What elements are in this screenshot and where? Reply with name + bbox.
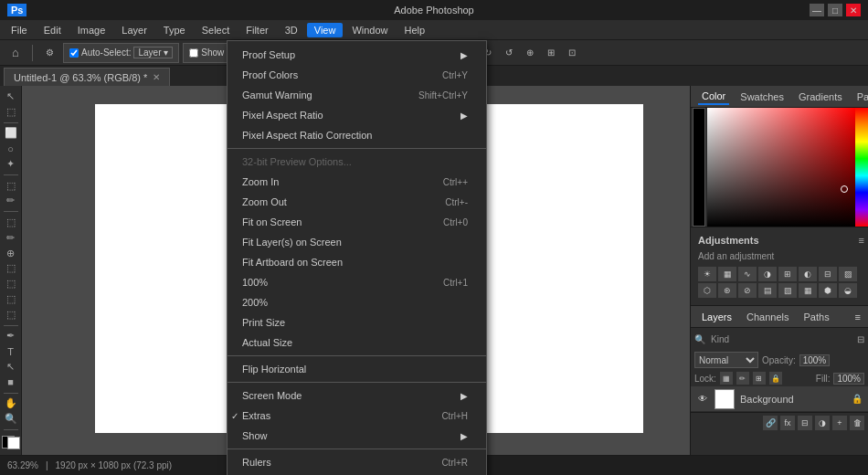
menu-window[interactable]: Window xyxy=(344,23,395,37)
tab-channels[interactable]: Channels xyxy=(743,310,792,324)
layer-visibility-icon[interactable]: 👁 xyxy=(696,393,709,406)
dropdown-item-zoom-out[interactable]: Zoom OutCtrl+- xyxy=(228,192,486,212)
delete-layer-icon[interactable]: 🗑 xyxy=(850,416,864,430)
tool-marquee[interactable]: ⬜ xyxy=(2,126,20,140)
adj-posterize-icon[interactable]: ▤ xyxy=(758,283,777,298)
tool-path-selection[interactable]: ↖ xyxy=(2,360,20,374)
menu-3d[interactable]: 3D xyxy=(278,23,305,37)
tab-paths[interactable]: Paths xyxy=(800,310,833,324)
adj-brightness-icon[interactable]: ☀ xyxy=(698,267,716,281)
link-layers-icon[interactable]: 🔗 xyxy=(763,416,778,430)
menu-layer[interactable]: Layer xyxy=(114,23,154,37)
adj-bw-icon[interactable]: ▨ xyxy=(839,267,857,281)
adj-levels-icon[interactable]: ▦ xyxy=(718,267,736,281)
adj-selective-color-icon[interactable]: ⬢ xyxy=(819,283,837,298)
tool-move[interactable]: ↖ xyxy=(2,90,20,103)
options-icon[interactable]: ⚙ xyxy=(39,43,59,63)
dropdown-item-extras[interactable]: ✓ExtrasCtrl+H xyxy=(228,406,486,426)
add-mask-icon[interactable]: ⊟ xyxy=(798,416,812,430)
menu-view[interactable]: View xyxy=(307,23,344,37)
adj-photo-filter-icon[interactable]: ⬡ xyxy=(698,283,716,298)
adj-threshold-icon[interactable]: ▧ xyxy=(778,283,797,298)
dropdown-item-rulers[interactable]: RulersCtrl+R xyxy=(228,452,486,472)
tool-shape[interactable]: ■ xyxy=(2,375,20,389)
blend-mode-select[interactable]: Normal xyxy=(694,352,758,368)
dropdown-item-pixel-aspect-ratio-correction[interactable]: Pixel Aspect Ratio Correction xyxy=(228,125,486,145)
menu-file[interactable]: File xyxy=(4,23,35,37)
dropdown-item-gamut-warning[interactable]: Gamut WarningShift+Ctrl+Y xyxy=(228,85,486,105)
tab-layers[interactable]: Layers xyxy=(698,310,736,324)
maximize-button[interactable]: □ xyxy=(828,4,842,16)
layer-row-background[interactable]: 👁 Background 🔒 xyxy=(691,386,868,412)
tool-hand[interactable]: ✋ xyxy=(2,397,20,411)
fill-value[interactable]: 100% xyxy=(833,373,864,385)
adj-hue-icon[interactable]: ◐ xyxy=(799,267,817,281)
3d-scale-icon[interactable]: ⊡ xyxy=(562,43,582,63)
tab-close-icon[interactable]: ✕ xyxy=(153,72,160,82)
dropdown-item-actual-size[interactable]: Actual Size xyxy=(228,332,486,353)
adj-curves-icon[interactable]: ∿ xyxy=(738,267,757,281)
tool-eyedropper[interactable]: ✏ xyxy=(2,194,20,207)
fg-swatch[interactable] xyxy=(693,108,705,227)
tool-healing[interactable]: ⬚ xyxy=(2,216,20,229)
background-color[interactable] xyxy=(7,437,20,449)
3d-pan-icon[interactable]: ⊕ xyxy=(520,43,540,63)
adj-exposure-icon[interactable]: ◑ xyxy=(758,267,777,281)
3d-slide-icon[interactable]: ⊞ xyxy=(541,43,561,63)
tool-type[interactable]: T xyxy=(2,344,20,358)
adj-vibrance-icon[interactable]: ⊞ xyxy=(778,267,797,281)
menu-filter[interactable]: Filter xyxy=(238,23,275,37)
adjustments-menu-icon[interactable]: ≡ xyxy=(859,235,864,246)
auto-select-checkbox[interactable] xyxy=(69,48,79,58)
tool-pen[interactable]: ✒ xyxy=(2,330,20,343)
layer-effects-icon[interactable]: fx xyxy=(780,416,795,430)
menu-edit[interactable]: Edit xyxy=(37,23,69,37)
dropdown-item-100-[interactable]: 100%Ctrl+1 xyxy=(228,272,486,292)
new-fill-layer-icon[interactable]: ◑ xyxy=(815,416,830,430)
tool-artboard[interactable]: ⬚ xyxy=(2,105,20,119)
tool-crop[interactable]: ⬚ xyxy=(2,179,20,193)
dropdown-item-proof-setup[interactable]: Proof Setup▶ xyxy=(228,45,486,65)
lock-pixels-icon[interactable]: ▦ xyxy=(720,372,733,385)
tool-lasso[interactable]: ○ xyxy=(2,142,20,155)
dropdown-item-flip-horizontal[interactable]: Flip Horizontal xyxy=(228,359,486,379)
adj-invert-icon[interactable]: ⊘ xyxy=(738,283,757,298)
tool-brush[interactable]: ✏ xyxy=(2,231,20,245)
adj-shadow-icon[interactable]: ◒ xyxy=(839,283,857,298)
tool-stamp[interactable]: ⊕ xyxy=(2,247,20,260)
dropdown-item-show[interactable]: Show▶ xyxy=(228,426,486,446)
tool-gradient[interactable]: ⬚ xyxy=(2,292,20,306)
dropdown-item-200-[interactable]: 200% xyxy=(228,292,486,312)
auto-select-btn[interactable]: Auto-Select: Layer ▾ xyxy=(63,43,179,63)
home-icon[interactable]: ⌂ xyxy=(5,43,26,63)
dropdown-item-proof-colors[interactable]: Proof ColorsCtrl+Y xyxy=(228,65,486,85)
opacity-value[interactable]: 100% xyxy=(799,354,831,366)
tool-magic-wand[interactable]: ✦ xyxy=(2,157,20,171)
show-transform-checkbox[interactable] xyxy=(189,48,198,58)
layers-filter-icon[interactable]: ⊟ xyxy=(857,334,864,344)
document-tab[interactable]: Untitled-1 @ 63.3% (RGB/8) * ✕ xyxy=(4,68,170,86)
dropdown-item-screen-mode[interactable]: Screen Mode▶ xyxy=(228,385,486,406)
lock-artboard-icon[interactable]: ⊞ xyxy=(753,372,766,385)
dropdown-item-pixel-aspect-ratio[interactable]: Pixel Aspect Ratio▶ xyxy=(228,105,486,125)
hue-bar[interactable] xyxy=(855,108,868,227)
3d-roll-icon[interactable]: ↺ xyxy=(499,43,519,63)
lock-move-icon[interactable]: ✏ xyxy=(736,372,749,385)
minimize-button[interactable]: — xyxy=(810,4,824,16)
dropdown-item-print-size[interactable]: Print Size xyxy=(228,312,486,332)
tab-color[interactable]: Color xyxy=(698,89,729,105)
menu-help[interactable]: Help xyxy=(397,23,433,37)
dropdown-item-zoom-in[interactable]: Zoom InCtrl++ xyxy=(228,172,486,192)
tool-zoom[interactable]: 🔍 xyxy=(2,412,20,426)
close-button[interactable]: ✕ xyxy=(846,4,861,16)
dropdown-item-fit-on-screen[interactable]: Fit on ScreenCtrl+0 xyxy=(228,212,486,232)
adj-gradient-map-icon[interactable]: ▦ xyxy=(799,283,817,298)
tab-swatches[interactable]: Swatches xyxy=(736,90,788,104)
layers-search-icon[interactable]: 🔍 xyxy=(694,334,705,344)
color-gradient[interactable] xyxy=(707,108,855,227)
menu-select[interactable]: Select xyxy=(195,23,238,37)
layers-menu-icon[interactable]: ≡ xyxy=(855,311,861,322)
adj-channel-icon[interactable]: ⊛ xyxy=(718,283,736,298)
tab-patterns[interactable]: Patterns xyxy=(853,90,868,104)
lock-all-icon[interactable]: 🔒 xyxy=(769,372,782,385)
